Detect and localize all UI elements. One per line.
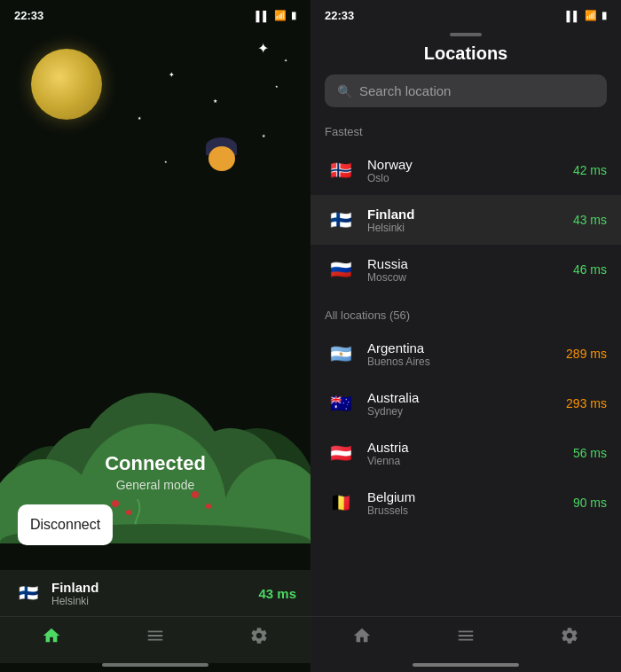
time-right: 22:33 [325, 9, 354, 22]
current-country: Finland [51, 580, 98, 595]
search-placeholder: Search location [359, 83, 451, 98]
ms-austria: 56 ms [573, 446, 607, 460]
ms-argentina: 289 ms [566, 347, 607, 361]
flag-russia: 🇷🇺 [325, 254, 357, 285]
home-indicator-right [413, 663, 519, 667]
country-belgium: Belgium [367, 489, 562, 504]
ms-norway: 42 ms [573, 163, 607, 177]
battery-icon-right: ▮ [601, 10, 607, 21]
country-finland: Finland [367, 207, 562, 222]
bottom-section: Connected General mode Disconnect 🇫🇮 Fin… [0, 452, 310, 672]
city-norway: Oslo [367, 172, 562, 184]
city-austria: Vienna [367, 455, 562, 467]
ms-australia: 293 ms [566, 396, 607, 410]
info-russia: Russia Moscow [367, 256, 562, 284]
status-bar-right: 22:33 ▌▌ 📶 ▮ [310, 0, 621, 26]
flag-belgium: 🇧🇪 [325, 487, 357, 519]
status-icons-right: ▌▌ 📶 ▮ [566, 10, 607, 21]
location-australia[interactable]: 🇦🇺 Australia Sydney 293 ms [310, 379, 621, 428]
info-belgium: Belgium Brussels [367, 489, 562, 517]
country-austria: Austria [367, 440, 562, 455]
info-austria: Austria Vienna [367, 440, 562, 467]
nav-settings-left[interactable] [249, 626, 269, 645]
ms-russia: 46 ms [573, 262, 607, 277]
locations-header: Locations [310, 40, 621, 74]
current-flag: 🇫🇮 [14, 579, 43, 607]
info-argentina: Argentina Buenos Aires [367, 340, 555, 368]
current-city: Helsinki [51, 595, 98, 607]
connected-info: Connected General mode Disconnect [0, 452, 310, 570]
flag-australia: 🇦🇺 [325, 387, 357, 419]
city-belgium: Brussels [367, 504, 562, 517]
nav-list-left[interactable] [145, 626, 165, 645]
all-locations-label: All locations (56) [310, 305, 621, 329]
fastest-label: Fastest [310, 121, 621, 145]
signal-icon-right: ▌▌ [566, 11, 580, 21]
nav-list-right[interactable] [456, 626, 476, 645]
current-loc-info: Finland Helsinki [51, 580, 98, 607]
city-australia: Sydney [367, 405, 555, 418]
time-left: 22:33 [14, 9, 43, 22]
country-russia: Russia [367, 256, 562, 271]
wifi-icon: 📶 [274, 10, 287, 21]
wifi-icon-right: 📶 [585, 10, 597, 21]
right-panel: 22:33 ▌▌ 📶 ▮ Locations 🔍 Search location… [310, 0, 621, 672]
current-location-bar: 🇫🇮 Finland Helsinki 43 ms [0, 570, 310, 616]
disconnect-button[interactable]: Disconnect [18, 504, 113, 545]
location-austria[interactable]: 🇦🇹 Austria Vienna 56 ms [310, 428, 621, 478]
flag-norway: 🇳🇴 [325, 154, 357, 186]
location-russia[interactable]: 🇷🇺 Russia Moscow 46 ms [310, 245, 621, 294]
ms-belgium: 90 ms [573, 496, 607, 510]
current-ms: 43 ms [258, 586, 296, 601]
nav-home-left[interactable] [42, 626, 61, 645]
status-bar-left: 22:33 ▌▌ 📶 ▮ [0, 0, 310, 26]
connected-subtitle: General mode [0, 478, 310, 492]
city-argentina: Buenos Aires [367, 356, 555, 368]
location-finland[interactable]: 🇫🇮 Finland Helsinki 43 ms [310, 195, 621, 245]
connected-title: Connected [0, 452, 310, 475]
location-argentina[interactable]: 🇦🇷 Argentina Buenos Aires 289 ms [310, 329, 621, 379]
country-argentina: Argentina [367, 340, 555, 356]
home-indicator-left [102, 663, 208, 667]
ms-finland: 43 ms [573, 213, 607, 227]
location-norway[interactable]: 🇳🇴 Norway Oslo 42 ms [310, 145, 621, 195]
signal-icon: ▌▌ [255, 11, 270, 21]
city-russia: Moscow [367, 271, 562, 284]
drag-indicator [450, 33, 482, 36]
info-finland: Finland Helsinki [367, 207, 562, 234]
info-norway: Norway Oslo [367, 157, 562, 184]
country-australia: Australia [367, 390, 555, 405]
character [204, 142, 240, 186]
flag-finland: 🇫🇮 [325, 204, 357, 236]
bottom-nav-right [310, 616, 621, 663]
info-australia: Australia Sydney [367, 390, 555, 418]
locations-list: Fastest 🇳🇴 Norway Oslo 42 ms 🇫🇮 Finland … [310, 121, 621, 616]
status-icons-left: ▌▌ 📶 ▮ [255, 10, 296, 21]
location-belgium[interactable]: 🇧🇪 Belgium Brussels 90 ms [310, 478, 621, 527]
nav-settings-right[interactable] [560, 626, 579, 645]
left-panel: 22:33 ▌▌ 📶 ▮ ✦ ✦ ★ ★ ✦ ★ ★ ★ [0, 0, 310, 672]
search-icon: 🔍 [337, 84, 352, 98]
nav-home-right[interactable] [352, 626, 372, 645]
bottom-nav-left [0, 616, 310, 663]
battery-icon: ▮ [291, 10, 296, 21]
country-norway: Norway [367, 157, 562, 172]
flag-argentina: 🇦🇷 [325, 338, 357, 370]
search-bar[interactable]: 🔍 Search location [325, 74, 607, 107]
moon [31, 49, 102, 120]
char-head [208, 146, 235, 171]
flag-austria: 🇦🇹 [325, 437, 357, 469]
city-finland: Helsinki [367, 222, 562, 234]
loc-left: 🇫🇮 Finland Helsinki [14, 579, 98, 607]
